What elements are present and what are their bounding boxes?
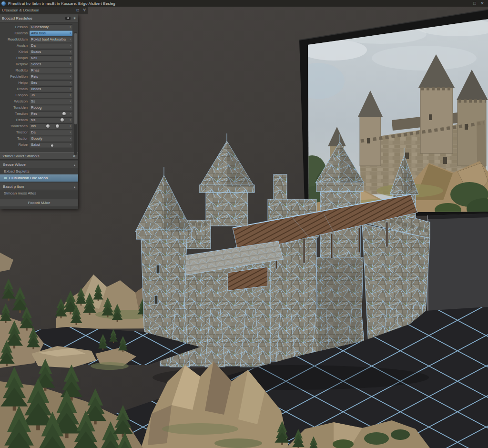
property-row[interactable]: Rebom sis › (0, 117, 78, 123)
window-title: Fheutitrai ho Itebn tr necBt in Kucsare,… (8, 1, 471, 6)
menu-label[interactable]: Urseusen & LGosloon (0, 8, 74, 12)
property-rows: Fession Ruhesciaty › Koosros Aiba bias ›… (0, 22, 78, 149)
property-value-field[interactable]: Neil › (30, 55, 72, 61)
property-row[interactable]: Roioe Sabst › (0, 142, 78, 148)
property-row[interactable]: Ketpiov Sones › (0, 61, 78, 67)
property-row[interactable]: Roopid Neil › (0, 55, 78, 61)
chevron-right-icon: › (68, 118, 72, 122)
slider-handle[interactable] (61, 118, 64, 122)
tools-bar-label: Yfabel Sooet Strabois (2, 154, 70, 158)
dropdown-icon[interactable]: ∀ (81, 8, 88, 12)
chevron-right-icon: › (68, 50, 72, 54)
panel-header: Boocad Reedelee ✶ (0, 14, 78, 22)
property-value: Soaos (30, 50, 68, 54)
panel-scrollbar[interactable] (74, 32, 77, 155)
property-label: Rodkitu (0, 68, 30, 72)
slider-handle[interactable] (46, 124, 50, 128)
property-value: Rokist baof Arukoaiba (30, 37, 68, 41)
property-value-field[interactable]: Da › (30, 130, 72, 135)
chevron-right-icon: › (68, 75, 72, 79)
property-label: Feobleition (0, 74, 30, 79)
scene-item-selected[interactable]: ⊕ Clusuracion Doe Meon (0, 174, 78, 182)
property-row[interactable]: Toodetioen Ihs › (0, 123, 78, 129)
property-row[interactable]: Reedkiddam Rokist baof Arukoaiba › (0, 36, 78, 42)
property-value-field[interactable]: Bnoos › (30, 86, 72, 92)
property-label: Aooisn (0, 43, 30, 48)
property-value: Ja (30, 93, 68, 97)
camera-icon[interactable] (65, 17, 71, 20)
chevron-right-icon: › (68, 100, 72, 103)
output-item[interactable]: Simoan mess Altes (0, 190, 78, 196)
section-title: Seoce Wiboe (3, 163, 74, 167)
property-value-field[interactable]: Goooly › (30, 136, 72, 141)
property-row[interactable]: Trestion Res › (0, 111, 78, 117)
slider-handle[interactable] (51, 144, 53, 147)
property-value-field[interactable]: Ruhesciaty › (30, 24, 72, 30)
property-row[interactable]: Tinstior Da › (0, 129, 78, 135)
property-value-field[interactable]: Soaos › (30, 49, 72, 54)
property-value-field[interactable]: Sabst › (30, 142, 72, 147)
property-row[interactable]: Feobleition Reis › (0, 73, 78, 80)
property-value: Goooly (30, 136, 68, 141)
property-label: Roopid (0, 56, 30, 60)
slider-field[interactable]: sis › (30, 117, 72, 122)
property-value-field[interactable]: Reis › (30, 74, 72, 79)
scene-item[interactable]: Exbad Sepletts (0, 168, 78, 174)
reset-button[interactable]: Fooorit MJoe (0, 199, 78, 206)
property-row[interactable]: Rroato Bnoos › (0, 86, 78, 92)
section-scene-header[interactable]: Seoce Wiboe ▴ (0, 161, 78, 168)
properties-panel: Boocad Reedelee ✶ Fession Ruhesciaty › K… (0, 14, 78, 209)
slider-handle[interactable] (56, 124, 59, 128)
property-value-field[interactable]: Rooog › (30, 105, 72, 110)
title-bar: Fheutitrai ho Itebn tr necBt in Kucsare,… (0, 0, 488, 7)
section-output-header[interactable]: Basut p ibon ▴ (0, 183, 78, 190)
property-value: Da (30, 43, 68, 48)
property-value-field[interactable]: Da › (30, 43, 72, 48)
scene-item-label: Exbad Sepletts (4, 169, 30, 173)
property-label: Tinstior (0, 130, 30, 134)
property-row[interactable]: Tonsiden Rooog › (0, 104, 78, 111)
property-label: Tonsiden (0, 105, 30, 110)
output-item-label: Simoan mess Altes (4, 191, 36, 195)
property-row[interactable]: Koosros Aiba bias › (0, 30, 78, 36)
reset-button-label: Fooorit MJoe (28, 201, 51, 205)
property-value-field[interactable]: Ss › (30, 99, 72, 104)
property-value-field[interactable]: Ses › (30, 80, 72, 85)
property-row[interactable]: Heipo Ses › (0, 80, 78, 86)
monitor-body (428, 214, 488, 313)
close-button[interactable]: ✕ (478, 1, 486, 6)
slider-field[interactable]: Ihs › (30, 123, 72, 129)
property-label: Toodetioen (0, 124, 30, 128)
property-row[interactable]: Rodkitu Rnas › (0, 67, 78, 73)
scrollbar-thumb[interactable] (74, 33, 77, 124)
property-row[interactable]: Toctior Goooly › (0, 135, 78, 142)
mesh-icon: ⊕ (4, 176, 7, 180)
property-label: Toctior (0, 136, 30, 141)
chevron-right-icon: › (68, 87, 72, 91)
chevron-right-icon: › (68, 44, 72, 48)
property-value-field[interactable]: Sones › (30, 61, 72, 67)
grid-view-icon[interactable]: ⊡ (74, 8, 81, 12)
property-row[interactable]: Aooisn Da › (0, 42, 78, 49)
property-value-field[interactable]: Rokist baof Arukoaiba › (30, 37, 72, 42)
property-value-field[interactable]: Rnas › (30, 68, 72, 73)
property-row[interactable]: Wesison Ss › (0, 98, 78, 104)
property-label: Kitriot (0, 50, 30, 54)
property-row[interactable]: Kitriot Soaos › (0, 49, 78, 55)
property-value-field[interactable]: Ja › (30, 92, 72, 98)
property-value: Sones (30, 62, 68, 66)
property-value: Ruhesciaty (30, 25, 68, 29)
maximize-button[interactable]: □ (471, 1, 478, 6)
slider-handle[interactable] (62, 112, 66, 115)
property-value-field-selected[interactable]: Aiba bias › (30, 31, 72, 36)
property-label: Roioe (0, 143, 30, 147)
slider-field[interactable]: Res › (30, 111, 72, 116)
property-row[interactable]: Fession Ruhesciaty › (0, 24, 78, 30)
chevron-right-icon: › (68, 69, 72, 72)
property-row[interactable]: Foopoo Ja › (0, 92, 78, 98)
star-icon[interactable]: ✶ (73, 16, 76, 20)
property-label: Fession (0, 25, 30, 29)
property-label: Rroato (0, 87, 30, 91)
property-value: Aiba bias (30, 31, 68, 35)
tools-bar[interactable]: Yfabel Sooet Strabois ✕ (0, 152, 78, 160)
